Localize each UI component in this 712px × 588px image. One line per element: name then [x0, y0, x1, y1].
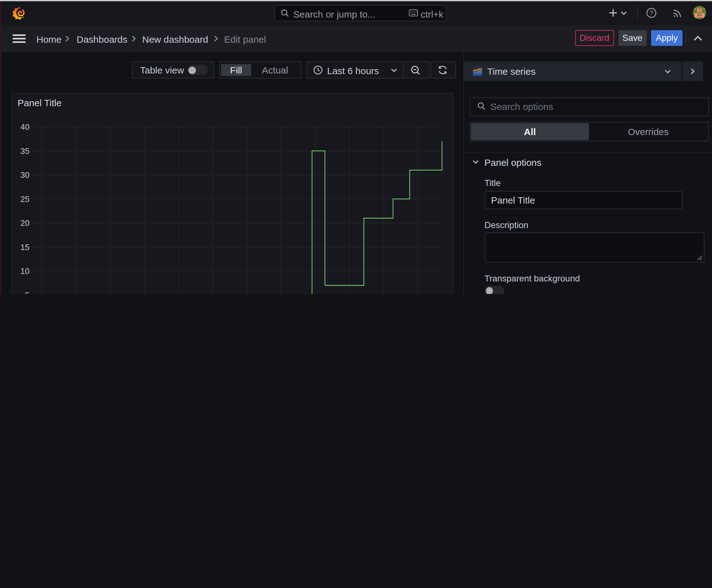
svg-text:15: 15: [20, 243, 29, 252]
svg-text:?: ?: [649, 9, 653, 16]
svg-text:40: 40: [20, 122, 29, 132]
svg-text:25: 25: [20, 194, 29, 204]
svg-text:30: 30: [20, 170, 29, 180]
svg-text:5: 5: [25, 291, 29, 294]
svg-text:10: 10: [20, 266, 29, 276]
svg-text:35: 35: [20, 146, 29, 156]
svg-text:20: 20: [20, 218, 29, 228]
